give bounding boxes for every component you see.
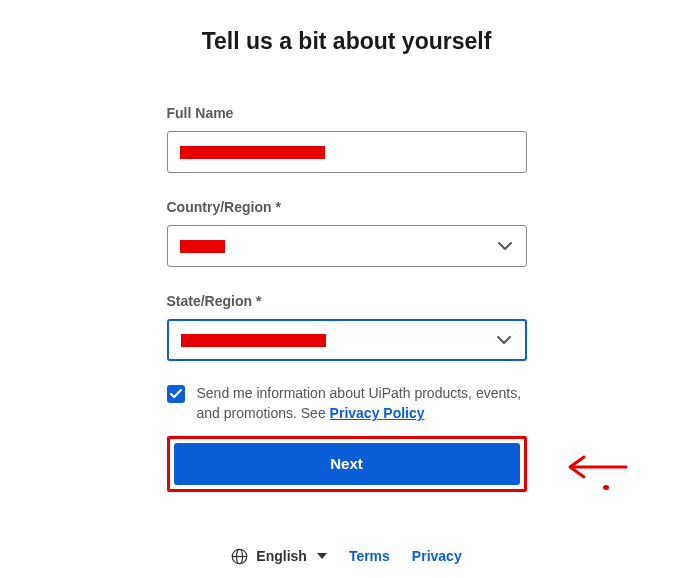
chevron-down-icon [498, 242, 512, 251]
language-label: English [256, 548, 307, 564]
marketing-optin-row: Send me information about UiPath product… [167, 383, 527, 424]
privacy-link[interactable]: Privacy [412, 548, 462, 564]
footer: English Terms Privacy [167, 548, 527, 565]
terms-link[interactable]: Terms [349, 548, 390, 564]
next-button[interactable]: Next [174, 443, 520, 485]
fullname-input[interactable] [167, 131, 527, 173]
field-fullname: Full Name [167, 105, 527, 173]
signup-form-container: Tell us a bit about yourself Full Name C… [167, 0, 527, 565]
state-label: State/Region * [167, 293, 527, 309]
field-country: Country/Region * [167, 199, 527, 267]
fullname-label: Full Name [167, 105, 527, 121]
field-state: State/Region * [167, 293, 527, 361]
annotation-arrow [560, 454, 630, 480]
chevron-down-icon [497, 336, 511, 345]
privacy-policy-link[interactable]: Privacy Policy [330, 405, 425, 421]
state-select[interactable] [167, 319, 527, 361]
globe-icon [231, 548, 248, 565]
country-select[interactable] [167, 225, 527, 267]
country-label: Country/Region * [167, 199, 527, 215]
language-selector[interactable]: English [231, 548, 327, 565]
next-button-highlight: Next [167, 436, 527, 492]
marketing-text: Send me information about UiPath product… [197, 383, 527, 424]
page-title: Tell us a bit about yourself [167, 28, 527, 55]
marketing-checkbox[interactable] [167, 385, 185, 403]
annotation-dot [603, 485, 609, 490]
caret-down-icon [317, 553, 327, 559]
